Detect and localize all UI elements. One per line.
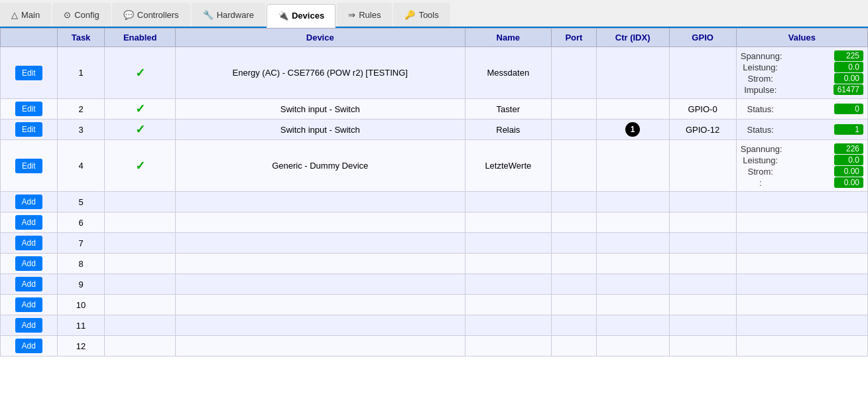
values-cell [736,192,867,212]
device-name [175,274,465,295]
value-label: Status: [741,104,780,114]
tab-icon-rules: ⇒ [348,10,355,20]
add-button-row-9[interactable]: Add [15,277,42,291]
add-cell: Add [1,295,58,315]
col-header-device: Device [175,29,465,47]
device-name: Energy (AC) - CSE7766 (POW r2) [TESTING] [175,47,465,99]
ctr-cell [596,140,669,192]
nav-tab-main[interactable]: △Main [0,3,51,27]
edit-cell: Edit [1,140,58,192]
enabled-cell [105,254,175,274]
enabled-checkmark: ✓ [135,66,145,80]
add-button-row-5[interactable]: Add [15,195,42,209]
gpio-cell [669,274,736,295]
gpio-cell: GPIO-0 [669,99,736,120]
device-name: Switch input - Switch [175,99,465,120]
nav-tab-hardware[interactable]: 🔧Hardware [192,3,265,27]
ctr-cell [596,212,669,233]
add-cell: Add [1,192,58,212]
col-header-gpio: GPIO [669,29,736,47]
add-button-row-12[interactable]: Add [15,339,42,353]
nav-tab-controllers[interactable]: 💬Controllers [112,3,190,27]
col-header-port: Port [552,29,597,47]
ctr-cell [596,315,669,336]
table-header-row: TaskEnabledDeviceNamePortCtr (IDX)GPIOVa… [1,29,868,47]
table-row: Add7 [1,233,868,254]
add-button-row-8[interactable]: Add [15,256,42,271]
col-header-ctr--idx-: Ctr (IDX) [596,29,669,47]
nav-tab-devices[interactable]: 🔌Devices [267,4,336,28]
value-badge: 0.00 [834,177,863,188]
col-header-task: Task [57,29,105,47]
values-cell [736,254,867,274]
task-number: 5 [57,192,105,212]
values-cell [736,336,867,357]
ctr-cell [596,336,669,357]
value-row: Strom:0.00 [741,166,863,177]
device-label [465,315,551,336]
tab-label-rules: Rules [359,10,381,20]
add-button-row-10[interactable]: Add [15,297,42,312]
edit-button-row-4[interactable]: Edit [15,159,42,173]
port-cell [552,254,597,274]
device-name: Generic - Dummy Device [175,140,465,192]
add-button-row-7[interactable]: Add [15,236,42,250]
value-label: Leistung: [741,155,780,165]
task-number: 3 [57,120,105,140]
enabled-cell [105,295,175,315]
device-label [465,274,551,295]
device-name [175,295,465,315]
values-cell [736,274,867,295]
tab-label-main: Main [21,10,40,20]
device-name [175,336,465,357]
value-badge: 1 [834,124,863,135]
ctr-cell [596,254,669,274]
tab-label-devices: Devices [292,11,324,21]
table-row: Add8 [1,254,868,274]
nav-tab-tools[interactable]: 🔑Tools [393,3,450,27]
ctr-cell [596,233,669,254]
task-number: 6 [57,212,105,233]
values-cell [736,315,867,336]
add-button-row-11[interactable]: Add [15,318,42,333]
table-row: Edit1✓Energy (AC) - CSE7766 (POW r2) [TE… [1,47,868,99]
port-cell [552,233,597,254]
value-badge: 0.00 [834,73,863,84]
device-label: LetzteWerte [465,140,551,192]
port-cell [552,99,597,120]
edit-button-row-3[interactable]: Edit [15,122,42,137]
value-row: Leistung:0.0 [741,62,863,72]
device-label [465,336,551,357]
table-row: Edit4✓Generic - Dummy DeviceLetzteWerteS… [1,140,868,192]
edit-button-row-2[interactable]: Edit [15,102,42,116]
enabled-checkmark: ✓ [135,123,145,136]
device-name [175,233,465,254]
enabled-cell [105,233,175,254]
enabled-cell [105,315,175,336]
add-button-row-6[interactable]: Add [15,215,42,230]
nav-tab-rules[interactable]: ⇒Rules [337,3,392,27]
device-label [465,233,551,254]
value-label: Spannung: [741,51,782,61]
nav-tab-config[interactable]: ⊙Config [52,3,111,27]
device-name [175,212,465,233]
task-number: 7 [57,233,105,254]
port-cell [552,47,597,99]
table-row: Add10 [1,295,868,315]
gpio-cell [669,315,736,336]
value-row: Strom:0.00 [741,73,863,84]
values-cell: Spannung:226Leistung:0.0Strom:0.00:0.00 [736,140,867,192]
values-cell [736,295,867,315]
device-label [465,212,551,233]
tab-icon-controllers: 💬 [123,10,134,20]
edit-button-row-1[interactable]: Edit [15,66,42,80]
navigation: △Main⊙Config💬Controllers🔧Hardware🔌Device… [0,0,868,28]
value-badge: 226 [834,143,863,154]
device-label: Relais [465,120,551,140]
add-cell: Add [1,233,58,254]
value-label: Leistung: [741,62,780,72]
device-label [465,254,551,274]
port-cell [552,140,597,192]
table-row: Add11 [1,315,868,336]
ctr-cell [596,99,669,120]
